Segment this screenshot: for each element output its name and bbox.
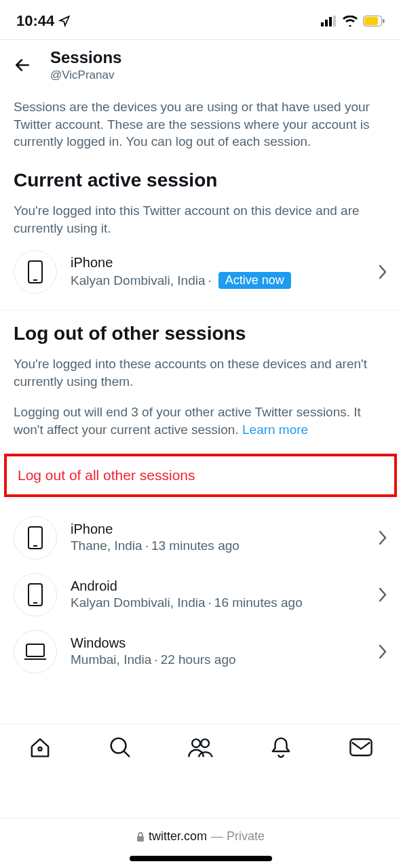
envelope-icon <box>349 737 373 757</box>
svg-rect-1 <box>325 20 328 26</box>
search-tab[interactable] <box>103 730 137 764</box>
session-meta: Mumbai, India · 22 hours ago <box>71 652 364 667</box>
svg-rect-21 <box>137 836 144 842</box>
browser-domain: twitter.com <box>149 829 207 844</box>
session-time: 16 minutes ago <box>214 595 303 610</box>
current-session-row[interactable]: iPhone Kalyan Dombivali, India · Active … <box>0 243 401 300</box>
session-location: Kalyan Dombivali, India <box>71 595 206 610</box>
chevron-right-icon <box>378 264 387 279</box>
chevron-right-icon <box>378 587 387 602</box>
session-meta: Kalyan Dombivali, India · 16 minutes ago <box>71 595 364 610</box>
cellular-signal-icon <box>321 16 337 26</box>
location-arrow-icon <box>58 15 71 27</box>
logout-all-button[interactable]: Log out of all other sessions <box>4 454 397 497</box>
battery-icon <box>363 16 385 26</box>
svg-point-18 <box>193 739 201 747</box>
other-session-row[interactable]: AndroidKalyan Dombivali, India · 16 minu… <box>0 566 401 623</box>
browser-url[interactable]: twitter.com — Private <box>136 829 265 844</box>
session-info: iPhoneThane, India · 13 minutes ago <box>71 521 364 553</box>
phone-icon <box>28 583 43 606</box>
page-header: Sessions @VicPranav <box>0 40 401 92</box>
phone-icon <box>28 260 43 283</box>
session-device: iPhone <box>71 255 364 271</box>
bell-icon <box>269 736 292 759</box>
svg-rect-5 <box>364 17 378 25</box>
session-meta: Thane, India · 13 minutes ago <box>71 538 364 553</box>
status-bar: 10:44 <box>0 0 401 39</box>
back-button[interactable] <box>14 56 31 74</box>
page-title: Sessions <box>50 48 121 67</box>
session-info: iPhone Kalyan Dombivali, India · Active … <box>71 255 364 289</box>
intro-text: Sessions are the devices you are using o… <box>0 92 401 157</box>
svg-rect-3 <box>333 16 336 26</box>
search-icon <box>109 736 132 759</box>
device-icon-wrap <box>14 573 57 616</box>
other-sessions-desc1: You're logged into these accounts on the… <box>0 349 401 397</box>
current-session-desc: You're logged into this Twitter account … <box>0 195 401 243</box>
chevron-right-icon <box>378 530 387 545</box>
svg-rect-13 <box>26 644 44 656</box>
bottom-tab-bar <box>0 724 401 770</box>
device-icon-wrap <box>14 516 57 559</box>
session-time: 13 minutes ago <box>151 538 240 553</box>
page-subtitle: @VicPranav <box>50 68 121 82</box>
home-icon <box>28 736 52 759</box>
session-meta: Kalyan Dombivali, India · Active now <box>71 272 364 289</box>
messages-tab[interactable] <box>344 730 378 764</box>
home-indicator[interactable] <box>130 856 272 861</box>
session-location: Mumbai, India <box>71 652 151 667</box>
phone-icon <box>28 526 43 549</box>
other-sessions-desc2: Logging out will end 3 of your other act… <box>0 397 401 445</box>
other-session-row[interactable]: WindowsMumbai, India · 22 hours ago <box>0 623 401 680</box>
browser-private: — Private <box>211 829 265 844</box>
wifi-icon <box>343 16 358 26</box>
status-time: 10:44 <box>16 12 71 30</box>
status-time-text: 10:44 <box>16 12 54 30</box>
svg-line-17 <box>124 751 129 756</box>
active-badge: Active now <box>218 272 291 289</box>
current-session-heading: Current active session <box>0 157 401 195</box>
session-location: Kalyan Dombivali, India <box>71 273 206 288</box>
notifications-tab[interactable] <box>264 730 298 764</box>
lock-icon <box>136 832 145 842</box>
learn-more-link[interactable]: Learn more <box>242 422 308 437</box>
back-arrow-icon <box>14 56 31 74</box>
header-titles: Sessions @VicPranav <box>50 48 121 82</box>
status-indicators <box>321 16 385 26</box>
session-location: Thane, India <box>71 538 142 553</box>
session-info: AndroidKalyan Dombivali, India · 16 minu… <box>71 578 364 610</box>
communities-tab[interactable] <box>183 730 217 764</box>
other-session-row[interactable]: iPhoneThane, India · 13 minutes ago <box>0 509 401 566</box>
svg-rect-6 <box>383 19 385 23</box>
svg-rect-0 <box>321 22 324 26</box>
session-device: Android <box>71 578 364 594</box>
svg-rect-2 <box>329 17 332 26</box>
session-device: Windows <box>71 635 364 651</box>
chevron-right-icon <box>378 644 387 659</box>
svg-point-15 <box>39 747 42 751</box>
svg-point-19 <box>202 739 210 747</box>
session-device: iPhone <box>71 521 364 537</box>
browser-bar: twitter.com — Private <box>0 818 401 868</box>
other-sessions-heading: Log out of other sessions <box>0 311 401 349</box>
laptop-icon <box>23 642 47 661</box>
svg-rect-20 <box>350 739 371 755</box>
session-time: 22 hours ago <box>161 652 236 667</box>
home-tab[interactable] <box>23 730 57 764</box>
session-info: WindowsMumbai, India · 22 hours ago <box>71 635 364 667</box>
device-icon-wrap <box>14 630 57 673</box>
people-icon <box>187 736 213 759</box>
device-icon-wrap <box>14 250 57 294</box>
